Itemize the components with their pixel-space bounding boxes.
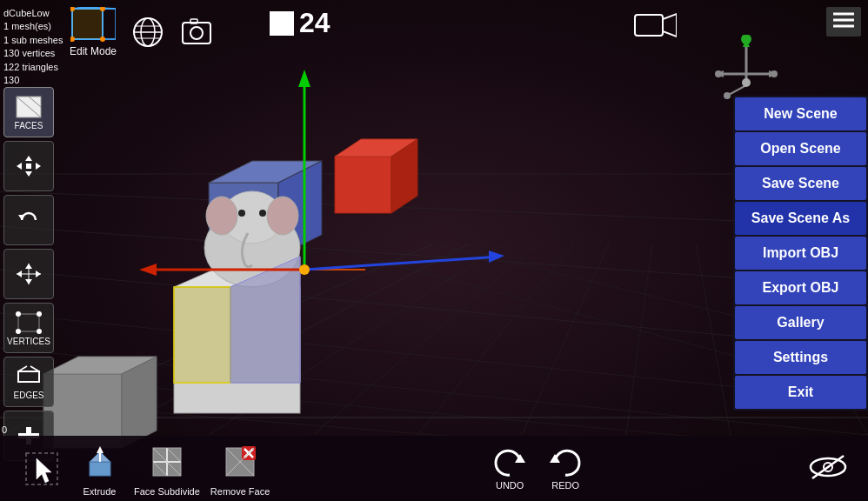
svg-point-100 [16, 311, 21, 317]
vertices-icon [15, 311, 43, 335]
scale-tool[interactable] [3, 249, 54, 299]
exit-button[interactable]: Exit [735, 376, 866, 409]
svg-point-102 [16, 329, 21, 334]
redo-label: REDO [551, 480, 579, 491]
extra-info: 130 [3, 74, 63, 87]
edges-icon [15, 364, 43, 389]
face-subdivide-icon [148, 443, 186, 481]
extrude-tool[interactable]: Extrude [76, 441, 124, 497]
import-obj-button[interactable]: Import OBJ [735, 237, 866, 270]
vertices-tool[interactable]: VERTICES [3, 303, 54, 353]
edit-mode-icon [70, 7, 116, 43]
svg-point-66 [190, 27, 203, 39]
svg-marker-41 [139, 264, 157, 276]
settings-button[interactable]: Settings [735, 341, 866, 374]
svg-rect-27 [335, 157, 391, 213]
left-sidebar: FACES [3, 87, 54, 461]
faces-icon [15, 95, 43, 119]
svg-point-33 [267, 197, 298, 235]
undo-label: UNDO [496, 480, 524, 491]
extrude-label: Extrude [83, 486, 117, 497]
edit-mode-label: Edit Mode [70, 45, 117, 57]
bottom-center-tools: UNDO REDO [491, 447, 584, 491]
undo-button[interactable]: UNDO [491, 447, 529, 491]
frame-square-icon [270, 11, 294, 36]
rotate-icon [15, 208, 43, 232]
svg-marker-90 [36, 163, 41, 170]
svg-rect-91 [26, 164, 31, 169]
svg-point-101 [37, 311, 42, 317]
frame-counter: 24 [270, 7, 331, 39]
svg-point-45 [299, 264, 310, 275]
svg-point-32 [206, 197, 237, 235]
redo-icon [546, 447, 584, 478]
svg-point-83 [724, 92, 731, 99]
vertices-tool-label: VERTICES [7, 337, 50, 346]
face-subdivide-tool[interactable]: Face Subdivide [134, 441, 200, 497]
navigation-cube[interactable] [711, 35, 781, 104]
edges-tool-label: EDGES [13, 391, 43, 400]
mesh-count: 1 mesh(es) [3, 20, 63, 33]
bottom-left-tools: Extrude Face Subdivide [17, 441, 270, 497]
right-menu-panel: New Scene Open Scene Save Scene Save Sce… [733, 96, 868, 411]
svg-marker-36 [174, 287, 230, 383]
bottom-toolbar: Extrude Face Subdivide [0, 436, 868, 501]
screenshot-button[interactable] [179, 15, 214, 50]
edges-tool[interactable]: EDGES [3, 357, 54, 407]
gallery-button[interactable]: Gallery [735, 306, 866, 339]
visibility-icon [805, 451, 851, 484]
save-scene-as-button[interactable]: Save Scene As [735, 202, 866, 235]
redo-button[interactable]: REDO [546, 447, 584, 491]
svg-marker-69 [663, 14, 677, 37]
top-toolbar: Edit Mode [70, 7, 214, 57]
visibility-toggle-button[interactable] [805, 451, 851, 487]
select-icon [23, 450, 61, 488]
faces-tool[interactable]: FACES [3, 87, 54, 137]
rotate-tool[interactable] [3, 195, 54, 245]
svg-point-80 [742, 78, 751, 87]
svg-rect-99 [18, 314, 39, 331]
hamburger-icon [831, 10, 856, 30]
hamburger-menu-button[interactable] [826, 7, 861, 37]
svg-rect-68 [635, 15, 663, 36]
new-scene-button[interactable]: New Scene [735, 97, 866, 130]
frame-number: 24 [299, 7, 331, 39]
svg-marker-89 [17, 163, 22, 170]
select-tool-bottom[interactable] [17, 448, 65, 490]
open-scene-button[interactable]: Open Scene [735, 132, 866, 165]
svg-marker-92 [18, 215, 25, 220]
svg-point-81 [715, 70, 722, 77]
save-scene-button[interactable]: Save Scene [735, 167, 866, 200]
svg-point-35 [259, 210, 266, 217]
triangles-info: 122 triangles [3, 61, 63, 74]
globe-button[interactable] [130, 15, 165, 50]
export-obj-button[interactable]: Export OBJ [735, 271, 866, 304]
svg-rect-59 [72, 9, 103, 39]
scale-icon [15, 262, 43, 286]
move-icon [15, 154, 43, 178]
globe-icon [131, 16, 164, 49]
svg-line-43 [304, 257, 500, 270]
remove-face-label: Remove Face [210, 486, 270, 497]
bottom-counter: 0 [2, 424, 7, 435]
bottom-right-tools [805, 451, 851, 487]
svg-marker-51 [103, 9, 116, 39]
vertices-info: 130 vertices [3, 47, 63, 60]
svg-marker-88 [25, 171, 32, 177]
camera-icon [633, 10, 677, 42]
svg-marker-110 [37, 458, 51, 483]
move-tool[interactable] [3, 141, 54, 191]
svg-point-82 [771, 70, 778, 77]
face-subdivide-label: Face Subdivide [134, 486, 200, 497]
faces-tool-label: FACES [15, 121, 43, 130]
bottom-number: 0 [2, 424, 7, 435]
svg-rect-65 [183, 23, 210, 43]
edit-mode-button[interactable]: Edit Mode [70, 7, 117, 57]
remove-face-tool[interactable]: Remove Face [210, 441, 270, 497]
nav-cube-icon [711, 35, 781, 104]
sub-mesh-info: 1 sub meshes [3, 34, 63, 47]
camera-button[interactable] [633, 10, 677, 45]
svg-rect-111 [90, 462, 110, 476]
svg-point-75 [741, 35, 751, 44]
svg-rect-104 [18, 371, 39, 382]
